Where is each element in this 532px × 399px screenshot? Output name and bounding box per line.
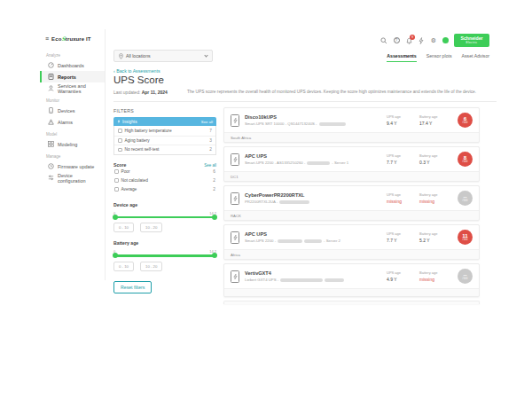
whats-new-icon[interactable]	[418, 37, 425, 44]
battery-age-label: Battery age	[419, 231, 452, 236]
score-label: Score	[113, 162, 126, 168]
checkbox[interactable]	[114, 187, 119, 192]
filter-row-no-recent-self-test[interactable]: No recent self-test 2	[114, 145, 215, 154]
notifications-bell-icon[interactable]: 9	[405, 37, 412, 44]
battery-age-value: 17.4 Y	[419, 121, 452, 126]
slider-handle-min[interactable]	[113, 215, 118, 220]
tab-assessments[interactable]: Assessments	[387, 53, 416, 62]
device-card-partial	[223, 301, 480, 304]
sidebar-item-dashboards[interactable]: Dashboards	[40, 59, 105, 71]
battery-age-label: Battery age	[419, 114, 452, 119]
tab-asset-advisor[interactable]: Asset Advisor	[462, 53, 489, 62]
checkbox[interactable]	[114, 178, 119, 183]
battery-age-range-a[interactable]: 0 - 10	[113, 262, 134, 271]
filter-row-high-battery-temperature[interactable]: High battery temperature 7	[114, 126, 215, 136]
last-updated-date: Apr 11, 2024	[142, 90, 168, 95]
filter-count: 2	[213, 178, 215, 183]
sidebar-item-label: Services and Warranties	[58, 83, 99, 94]
page-description: The UPS score represents the overall hea…	[187, 90, 492, 95]
slider-handle-max[interactable]	[212, 253, 217, 258]
ups-age-label: UPS age	[387, 114, 419, 119]
chevron-down-icon	[204, 53, 207, 57]
sidebar-item-device-configuration[interactable]: Device configuration	[40, 172, 105, 184]
checkbox[interactable]	[118, 129, 122, 133]
battery-age-range-b[interactable]: 10 - 20	[140, 262, 162, 271]
device-card[interactable]: APC UPS Smart-UPS 2200 - AS1335250260 --…	[223, 146, 480, 182]
user-avatar[interactable]	[442, 37, 449, 43]
header-actions: ? 9 ⚙ Schneider Electric	[380, 34, 489, 47]
device-card[interactable]: APC UPS Smart-UPS 2200 -- Server 2 UPS a…	[223, 224, 480, 260]
menu-icon[interactable]: ≡	[45, 35, 49, 42]
device-model: PR2200RTXL2UA -	[245, 200, 309, 204]
sidebar-section-monitor: Monitor	[40, 94, 105, 105]
device-location: South Africa	[224, 132, 479, 142]
sidebar-item-alarms[interactable]: Alarms	[40, 116, 105, 128]
device-card[interactable]: Disco10kUPS Smart-UPS SRT 10000 - QS1447…	[223, 107, 480, 143]
filter-row-poor[interactable]: Poor 6	[113, 168, 216, 176]
filter-count: 6	[213, 169, 215, 174]
score-see-all-link[interactable]: See all	[204, 163, 216, 168]
redacted-text	[278, 239, 302, 243]
device-age-range-b[interactable]: 10 - 20	[140, 223, 162, 232]
back-to-assessments-link[interactable]: ‹ Back to Assessments	[113, 68, 160, 74]
device-card[interactable]: VertivGXT4 Liebert GXT4 UPS - UPS age4.9…	[223, 263, 480, 297]
battery-age-label: Battery age	[419, 153, 452, 158]
ups-device-list: Disco10kUPS Smart-UPS SRT 10000 - QS1447…	[223, 107, 480, 304]
filter-count: 3	[209, 138, 212, 143]
battery-age-value: missing	[419, 277, 452, 282]
device-location	[224, 288, 479, 296]
filter-row-not-calculated[interactable]: Not calculated 2	[113, 176, 216, 185]
ecostruxure-app: ≡ EcoStruxure IT Analyze Dashboards Repo…	[40, 29, 497, 282]
help-icon[interactable]: ?	[393, 37, 400, 44]
device-model: Liebert GXT4 UPS -	[245, 278, 344, 282]
slider-handle-max[interactable]	[212, 215, 217, 220]
sidebar-item-modeling[interactable]: Modeling	[40, 138, 105, 150]
location-selector[interactable]: All locations	[113, 50, 213, 62]
device-age-slider[interactable]: 0 14.2	[113, 216, 216, 219]
sidebar-item-firmware-update[interactable]: Firmware update	[40, 160, 105, 172]
slider-handle-min[interactable]	[113, 253, 118, 258]
sidebar-item-label: Modeling	[58, 142, 77, 147]
modeling-icon	[48, 141, 54, 147]
checkbox[interactable]	[118, 148, 122, 153]
device-age-range-a[interactable]: 0 - 10	[113, 223, 134, 232]
battery-age-slider[interactable]: 0 14.2	[113, 254, 216, 257]
device-model: Smart-UPS SRT 10000 - QS144713240S -	[245, 121, 346, 126]
device-name: APC UPS	[245, 153, 348, 159]
insights-filter-header[interactable]: Insights See all	[113, 117, 216, 126]
sidebar-section-manage: Manage	[40, 150, 105, 160]
redacted-text	[319, 122, 346, 126]
settings-gear-icon[interactable]: ⚙	[430, 37, 437, 44]
sidebar-item-label: Devices	[58, 108, 75, 113]
filter-count: 2	[209, 147, 212, 152]
filter-row-aging-battery[interactable]: Aging battery 3	[114, 136, 215, 145]
checkbox[interactable]	[114, 169, 119, 174]
filter-row-average[interactable]: Average 2	[113, 185, 216, 194]
ups-device-icon	[231, 114, 239, 127]
reset-filters-button[interactable]: Reset filters	[113, 281, 152, 293]
checkbox[interactable]	[118, 138, 122, 143]
sidebar-item-devices[interactable]: Devices	[40, 105, 105, 116]
devices-icon	[48, 107, 54, 113]
redacted-text	[280, 278, 323, 282]
redacted-text	[279, 200, 309, 204]
battery-age-value: 5.2 Y	[419, 238, 452, 243]
schneider-electric-logo[interactable]: Schneider Electric	[454, 34, 489, 47]
battery-age-value: missing	[419, 199, 452, 204]
sidebar-section-model: Model	[40, 128, 105, 138]
brand-logo: EcoStruxure IT	[51, 35, 90, 42]
device-location: Africa	[224, 249, 479, 259]
tab-sensor-plots[interactable]: Sensor plots	[426, 53, 452, 62]
sidebar: ≡ EcoStruxure IT Analyze Dashboards Repo…	[40, 29, 106, 280]
ups-age-value: missing	[387, 199, 419, 204]
device-card[interactable]: CyberPowerPR2200RTXL PR2200RTXL2UA - UPS…	[223, 185, 480, 221]
sidebar-item-services-warranties[interactable]: Services and Warranties	[40, 82, 105, 94]
services-icon	[48, 85, 54, 91]
device-location: RACK	[224, 210, 479, 220]
insights-see-all-link[interactable]: See all	[201, 120, 213, 124]
sidebar-item-label: Device configuration	[58, 173, 99, 184]
configuration-icon	[48, 175, 54, 181]
search-icon[interactable]	[380, 37, 387, 44]
sidebar-item-reports[interactable]: Reports	[40, 71, 105, 82]
ups-device-icon	[231, 270, 239, 283]
